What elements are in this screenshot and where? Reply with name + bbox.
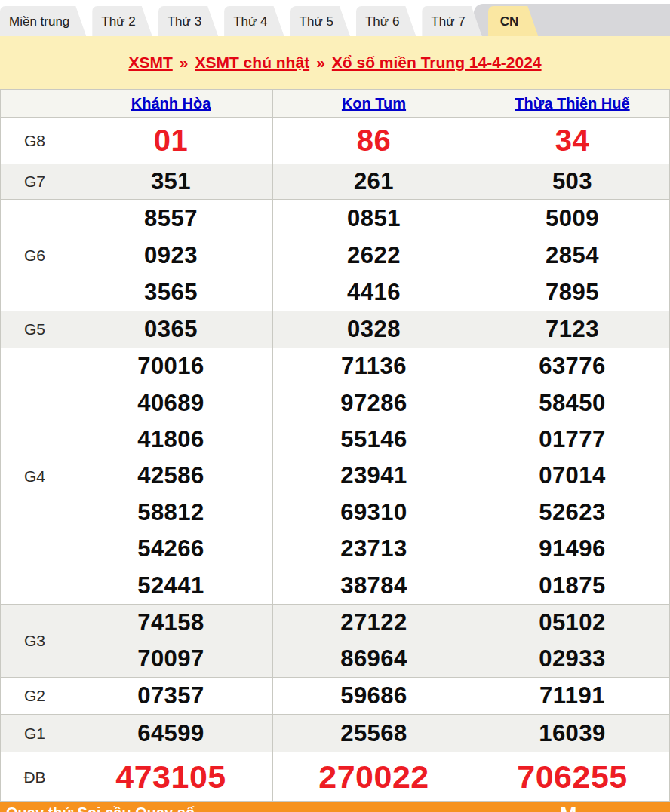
prize-number: 91496 — [475, 531, 669, 567]
tab-thứ-2[interactable]: Thứ 2 — [92, 6, 152, 36]
prize-cell: 59686 — [273, 678, 475, 714]
prize-number: 71191 — [475, 678, 669, 714]
prize-cell: 16039 — [475, 715, 669, 752]
breadcrumb-separator: » — [180, 54, 189, 71]
prize-number: 70097 — [69, 641, 272, 677]
prize-cell: 500928547895 — [475, 200, 669, 311]
prize-row-g3: G3741587009727122869640510202933 — [1, 605, 669, 678]
breadcrumb-link-2[interactable]: Xổ số miền Trung 14-4-2024 — [332, 54, 542, 71]
tab-thứ-7[interactable]: Thứ 7 — [422, 6, 481, 36]
prize-number: 4416 — [273, 274, 475, 311]
prize-cell: 01 — [69, 118, 273, 164]
prize-number: 01777 — [475, 421, 669, 458]
prize-cell: 706255 — [475, 752, 669, 801]
breadcrumb-link-0[interactable]: XSMT — [128, 54, 172, 71]
province-link-2[interactable]: Thừa Thiên Huế — [515, 95, 629, 112]
prize-cell: 25568 — [273, 715, 475, 752]
footer-links[interactable]: Quay thử Soi cầu Quay số — [6, 804, 195, 812]
prize-number: 63776 — [475, 348, 669, 385]
prize-cell: 270022 — [273, 752, 475, 801]
prize-cell: 7123 — [475, 311, 669, 348]
prize-number: 25568 — [273, 715, 475, 752]
prize-number: 0923 — [69, 237, 272, 274]
prize-number: 54266 — [69, 531, 272, 567]
prize-number: 706255 — [475, 752, 669, 801]
tab-thứ-4[interactable]: Thứ 4 — [224, 6, 284, 36]
prize-number: 2854 — [475, 237, 669, 274]
prize-label: G3 — [1, 605, 69, 677]
prize-cell: 351 — [69, 164, 273, 199]
prize-row-g2: G2073575968671191 — [1, 678, 669, 715]
prize-number: 70016 — [69, 348, 272, 385]
prize-number: 01 — [69, 118, 272, 164]
prize-row-g7: G7351261503 — [1, 164, 669, 200]
province-link-0[interactable]: Khánh Hòa — [131, 95, 211, 112]
prize-number: 16039 — [475, 715, 669, 752]
prize-number: 34 — [475, 118, 669, 164]
prize-cell: 7415870097 — [69, 605, 273, 677]
prize-number: 55146 — [273, 421, 475, 458]
prize-number: 351 — [69, 164, 272, 199]
province-header-cell: Thừa Thiên Huế — [475, 90, 669, 117]
prize-number: 58450 — [475, 385, 669, 421]
prize-number: 69310 — [273, 495, 475, 531]
prize-label: G7 — [1, 164, 69, 199]
prize-number: 7895 — [475, 274, 669, 311]
prize-cell: 085126224416 — [273, 200, 475, 311]
prize-row-g5: G5036503287123 — [1, 311, 669, 348]
prize-cell: 71191 — [475, 678, 669, 714]
prize-row-đb: ĐB473105270022706255 — [1, 752, 669, 802]
prize-row-g1: G1645992556816039 — [1, 715, 669, 752]
breadcrumb-separator: » — [316, 54, 325, 71]
prize-number: 97286 — [273, 385, 475, 421]
province-link-1[interactable]: Kon Tum — [342, 95, 406, 112]
prize-number: 64599 — [69, 715, 272, 752]
prize-cell: 0510202933 — [475, 605, 669, 677]
prize-number: 23941 — [273, 458, 475, 494]
prize-number: 86964 — [273, 641, 475, 677]
prize-number: 41806 — [69, 421, 272, 458]
prize-number: 5009 — [475, 200, 669, 237]
province-header-cell: Kon Tum — [273, 90, 475, 117]
prize-number: 74158 — [69, 605, 272, 641]
breadcrumb-link-1[interactable]: XSMT chủ nhật — [195, 54, 309, 71]
province-header-cell: Khánh Hòa — [69, 90, 273, 117]
footer-newer-link[interactable]: Mới hơn — [560, 804, 622, 812]
prize-number: 05102 — [475, 605, 669, 641]
prize-cell: 63776584500177707014526239149601875 — [475, 348, 669, 604]
prize-cell: 2712286964 — [273, 605, 475, 677]
prize-number: 0851 — [273, 200, 475, 237]
prize-cell: 07357 — [69, 678, 273, 714]
tab-thứ-3[interactable]: Thứ 3 — [158, 6, 218, 36]
tab-cn[interactable]: CN — [488, 6, 539, 36]
prize-number: 23713 — [273, 531, 475, 567]
table-corner-cell — [1, 90, 69, 117]
prize-cell: 70016406894180642586588125426652441 — [69, 348, 273, 604]
prize-label: G5 — [1, 311, 69, 348]
prize-cell: 473105 — [69, 752, 273, 801]
tab-thứ-5[interactable]: Thứ 5 — [290, 6, 350, 36]
prize-number: 59686 — [273, 678, 475, 714]
prize-label: G6 — [1, 200, 69, 311]
prize-number: 473105 — [69, 752, 272, 801]
prize-number: 8557 — [69, 200, 272, 237]
prize-number: 2622 — [273, 237, 475, 274]
tab-miền-trung[interactable]: Miền trung — [0, 6, 86, 36]
prize-cell: 86 — [273, 118, 475, 164]
prize-number: 3565 — [69, 274, 272, 311]
prize-cell: 855709233565 — [69, 200, 273, 311]
prize-cell: 71136972865514623941693102371338784 — [273, 348, 475, 604]
prize-cell: 0328 — [273, 311, 475, 348]
prize-number: 07014 — [475, 458, 669, 494]
tabs-wrap: Miền trungThứ 2Thứ 3Thứ 4Thứ 5Thứ 6Thứ 7… — [0, 6, 538, 36]
prize-number: 261 — [273, 164, 475, 199]
breadcrumb: XSMT»XSMT chủ nhật»Xổ số miền Trung 14-4… — [128, 54, 541, 72]
tab-thứ-6[interactable]: Thứ 6 — [356, 6, 416, 36]
prize-number: 52441 — [69, 568, 272, 604]
prize-cell: 261 — [273, 164, 475, 199]
prize-row-g4: G470016406894180642586588125426652441711… — [1, 348, 669, 605]
prize-label: G1 — [1, 715, 69, 752]
breadcrumb-bar: XSMT»XSMT chủ nhật»Xổ số miền Trung 14-4… — [0, 36, 670, 89]
prize-cell: 0365 — [69, 311, 273, 348]
prize-number: 86 — [273, 118, 475, 164]
